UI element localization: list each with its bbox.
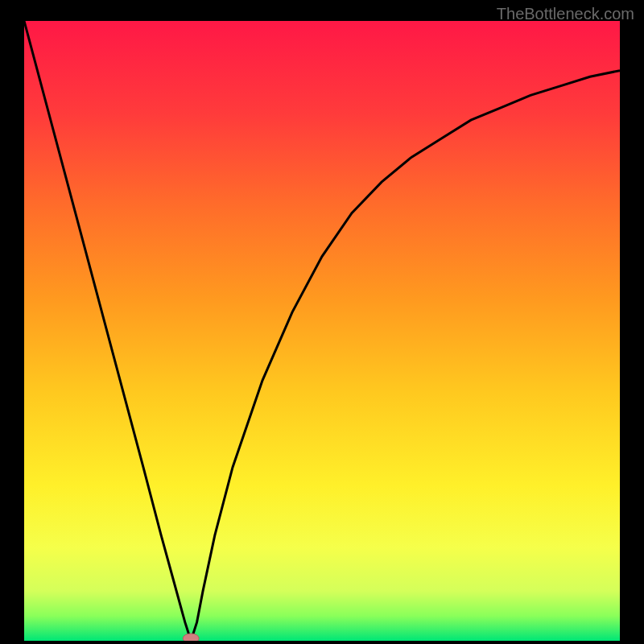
- minimum-marker: [183, 634, 199, 641]
- watermark-text: TheBottleneck.com: [497, 5, 634, 23]
- gradient-background: [24, 21, 620, 641]
- chart-plot-area: [24, 21, 620, 641]
- chart-svg: [24, 21, 620, 641]
